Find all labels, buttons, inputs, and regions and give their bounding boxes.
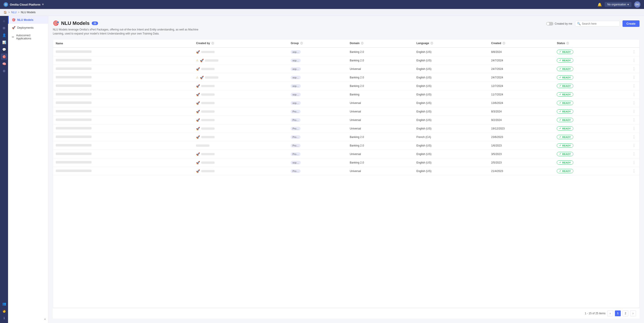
autocorrect-icon: ✏: [12, 35, 14, 39]
group-badge: Pro…: [291, 110, 300, 113]
cell-domain-5: Banking: [347, 90, 414, 99]
cell-name-10[interactable]: [53, 133, 193, 141]
cell-name-8[interactable]: [53, 116, 193, 124]
sidebar-icon-brain[interactable]: 🧠: [1, 61, 7, 67]
sidebar-item-autocorrect[interactable]: ✏ Autocorrect Applications: [8, 32, 48, 42]
cell-name-9[interactable]: [53, 124, 193, 133]
app-name: Omilia Cloud Platform: [10, 3, 40, 6]
notification-bell-icon[interactable]: 🔔: [598, 3, 602, 7]
cell-created-10: 23/6/2023: [488, 133, 554, 141]
row-more-button[interactable]: ⋮: [631, 126, 636, 131]
sidebar-icon-message[interactable]: 💬: [1, 46, 7, 53]
cell-created-by-9: 🚀: [193, 124, 288, 133]
row-more-button[interactable]: ⋮: [631, 151, 636, 157]
sidebar-item-deployments[interactable]: 🚀 Deployments: [8, 24, 48, 32]
group-info-icon[interactable]: ⓘ: [300, 42, 303, 45]
table-row: 🚀ocp…UniversalEnglish (US)24/7/2024✓ REA…: [53, 65, 639, 73]
create-button[interactable]: Create: [622, 20, 640, 27]
group-badge: ocp…: [291, 101, 301, 105]
status-badge: ✓ READY: [557, 58, 573, 63]
pagination-page-1-button[interactable]: 1: [615, 310, 621, 316]
pagination-next-button[interactable]: ›: [630, 310, 636, 316]
cell-name-0[interactable]: [53, 48, 193, 56]
created-info-icon[interactable]: ⓘ: [502, 42, 505, 45]
row-more-button[interactable]: ⋮: [631, 168, 636, 174]
row-more-button[interactable]: ⋮: [631, 66, 636, 72]
cell-name-7[interactable]: [53, 107, 193, 116]
row-more-button[interactable]: ⋮: [631, 49, 636, 55]
table-row: 🚀Pro…UniversalEnglish (US)8/3/2024✓ READ…: [53, 107, 639, 116]
org-selector-button[interactable]: No organisation ▾: [604, 2, 632, 7]
row-more-button[interactable]: ⋮: [631, 92, 636, 97]
cell-created-3: 24/7/2024: [488, 73, 554, 82]
col-status: Status ⓘ: [554, 40, 628, 48]
table-row: 🚀ocp…Banking 2.0English (US)2/5/2023✓ RE…: [53, 158, 639, 167]
nlu-models-table-container: Name Created by ⓘ Group ⓘ Domain ⓘ: [53, 39, 640, 308]
sidebar-icon-contacts[interactable]: 👤: [1, 32, 7, 38]
cell-name-13[interactable]: [53, 158, 193, 167]
cell-created-by-11: [193, 141, 288, 150]
cell-domain-12: Universal: [347, 150, 414, 158]
cell-created-by-2: 🚀: [193, 65, 288, 73]
language-info-icon[interactable]: ⓘ: [430, 42, 433, 45]
sidebar-icon-person[interactable]: 🧑: [1, 308, 7, 314]
row-more-button[interactable]: ⋮: [631, 100, 636, 106]
cell-name-5[interactable]: [53, 90, 193, 99]
cell-name-11[interactable]: [53, 141, 193, 150]
search-input[interactable]: [582, 22, 618, 25]
row-more-button[interactable]: ⋮: [631, 75, 636, 80]
breadcrumb-nlu-link[interactable]: NLU: [11, 11, 16, 14]
status-badge: ✓ READY: [557, 92, 573, 97]
cell-name-14[interactable]: [53, 167, 193, 175]
row-more-button[interactable]: ⋮: [631, 134, 636, 140]
row-more-button[interactable]: ⋮: [631, 143, 636, 148]
cell-name-4[interactable]: [53, 82, 193, 90]
sidebar-icon-chart[interactable]: 📊: [1, 39, 7, 46]
status-badge: ✓ READY: [557, 118, 573, 122]
domain-info-icon[interactable]: ⓘ: [361, 42, 364, 45]
row-more-button[interactable]: ⋮: [631, 117, 636, 123]
created-by-info-icon[interactable]: ⓘ: [212, 42, 214, 45]
cell-created-12: 3/5/2023: [488, 150, 554, 158]
sidebar-icon-tools[interactable]: ⚙: [1, 68, 7, 74]
sidebar-icon-layers[interactable]: ⊞: [1, 25, 7, 31]
cell-domain-8: Universal: [347, 116, 414, 124]
search-box: 🔍: [575, 21, 620, 27]
rocket-icon: 🚀: [196, 101, 200, 105]
row-more-button[interactable]: ⋮: [631, 83, 636, 89]
table-row: 🚀Pro…UniversalEnglish (US)9/2/2024✓ READ…: [53, 116, 639, 124]
cell-name-3[interactable]: [53, 73, 193, 82]
cell-status-4: ✓ READY: [554, 82, 628, 90]
rocket-icon: 🚀: [200, 59, 204, 62]
pagination-prev-button[interactable]: ‹: [607, 310, 613, 316]
created-by-me-toggle[interactable]: [546, 22, 553, 26]
row-more-button[interactable]: ⋮: [631, 160, 636, 165]
user-avatar[interactable]: DO: [634, 1, 640, 8]
group-badge: ocp…: [291, 76, 301, 79]
cell-name-12[interactable]: [53, 150, 193, 158]
breadcrumb-sep-1: >: [8, 11, 10, 14]
deployments-icon: 🚀: [12, 26, 16, 29]
sidebar-icon-nlu[interactable]: 🎯: [1, 54, 7, 60]
col-group: Group ⓘ: [288, 40, 347, 48]
cell-language-2: English (US): [414, 65, 488, 73]
sidebar-collapse-button[interactable]: «: [44, 317, 46, 321]
group-badge: Pro…: [291, 135, 300, 139]
row-more-button[interactable]: ⋮: [631, 109, 636, 114]
page-title: NLU Models: [61, 20, 90, 26]
cell-name-2[interactable]: [53, 65, 193, 73]
breadcrumb-home-icon[interactable]: 🏠: [4, 11, 7, 14]
status-info-icon[interactable]: ⓘ: [566, 42, 569, 45]
cell-created-by-10: 🚀: [193, 133, 288, 141]
sidebar-icon-info[interactable]: ℹ: [1, 315, 7, 321]
cell-name-1[interactable]: [53, 56, 193, 65]
row-more-button[interactable]: ⋮: [631, 58, 636, 63]
cell-created-7: 8/3/2024: [488, 107, 554, 116]
page-title-icon: 🎯: [53, 20, 59, 26]
sidebar-icon-people[interactable]: 👥: [1, 300, 7, 307]
pagination-page-2-button[interactable]: 2: [622, 310, 628, 316]
cell-created-by-4: 🚀: [193, 82, 288, 90]
sidebar-icon-home[interactable]: ⌂: [1, 18, 7, 24]
cell-name-6[interactable]: [53, 99, 193, 107]
sidebar-item-nlu-models[interactable]: 🎯 NLU Models: [8, 16, 48, 24]
